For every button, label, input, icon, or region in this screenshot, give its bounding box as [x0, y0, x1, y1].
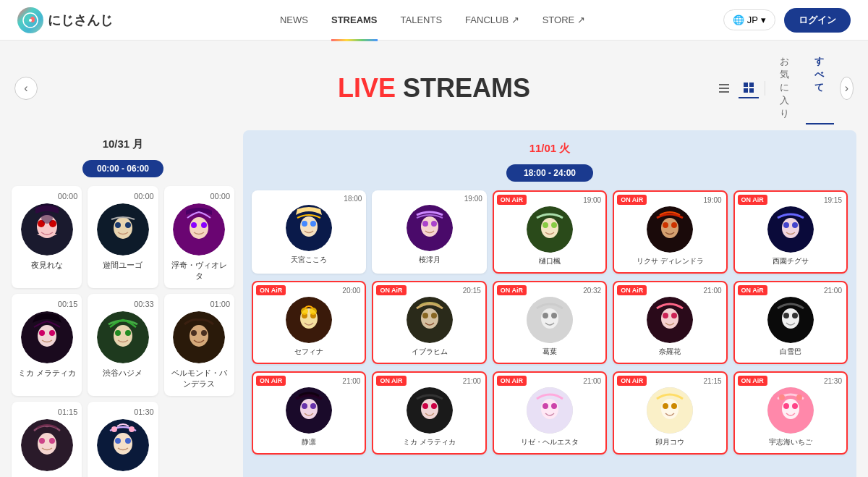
svg-point-97	[541, 399, 558, 419]
svg-rect-9	[744, 88, 748, 93]
svg-point-35	[201, 330, 207, 336]
svg-point-25	[38, 325, 56, 347]
talent-time: 00:00	[58, 192, 78, 200]
svg-point-83	[671, 313, 677, 318]
prev-arrow[interactable]: ‹	[14, 77, 38, 100]
svg-point-108	[779, 394, 785, 400]
talent-card[interactable]: 01:00 ベルモンド・バンデラス	[164, 294, 234, 396]
talent-card[interactable]: ON AiR 19:15 西園チグサ	[733, 190, 848, 274]
svg-point-99	[551, 403, 557, 409]
nav-talents[interactable]: TALENTS	[401, 12, 443, 28]
avatar	[767, 387, 814, 434]
avatar	[21, 203, 73, 256]
talent-time: 00:00	[134, 192, 154, 200]
svg-point-105	[782, 399, 799, 419]
avatar	[527, 206, 573, 253]
header-right: 🌐 JP ▾ ログイン	[723, 8, 851, 33]
logo[interactable]: にじさんじ	[17, 7, 113, 33]
svg-point-60	[663, 222, 668, 228]
talent-card[interactable]: ON AiR 21:00 静凛	[252, 371, 366, 455]
avatar	[767, 297, 814, 343]
talent-card[interactable]: ON AiR 20:15 イブラヒム	[372, 281, 486, 364]
svg-point-33	[190, 325, 208, 347]
left-time-badge: 00:00 - 06:00	[82, 160, 163, 177]
talent-card[interactable]: ON AiR 21:00 奈羅花	[613, 281, 727, 364]
avatar	[286, 205, 332, 251]
svg-point-70	[301, 308, 308, 315]
svg-point-27	[49, 330, 55, 336]
svg-point-102	[663, 403, 668, 409]
talent-time: 21:00	[342, 377, 362, 385]
talent-card[interactable]: ON AiR 21:00 ミカ メラティカ	[372, 371, 486, 455]
talent-name: 遊間ユーゴ	[103, 260, 142, 271]
talent-card[interactable]: 00:33 渋谷ハジメ	[88, 294, 158, 396]
talent-name: 渋谷ハジメ	[103, 368, 142, 379]
svg-point-86	[783, 313, 789, 318]
svg-point-57	[551, 222, 557, 228]
svg-point-41	[114, 433, 132, 455]
nav-news[interactable]: NEWS	[280, 12, 308, 28]
svg-point-103	[671, 403, 677, 409]
svg-rect-6	[719, 91, 729, 93]
talent-card[interactable]: 00:00 遊間ユーゴ	[88, 186, 158, 288]
talent-name: セフィナ	[294, 347, 323, 357]
svg-point-95	[431, 403, 437, 409]
talent-card[interactable]: ON AiR 20:32 葛葉	[493, 281, 607, 364]
talent-card[interactable]: ON AiR 21:00 白雪巴	[733, 281, 848, 364]
talent-time: 00:00	[210, 192, 230, 200]
talent-name: 夜見れな	[31, 260, 63, 271]
chevron-down-icon: ▾	[761, 14, 766, 25]
svg-point-26	[39, 330, 45, 336]
svg-point-79	[551, 313, 557, 318]
right-section: 11/01 火 18:00 - 24:00 18:00 天宮こころ 19:00 …	[243, 130, 856, 477]
next-arrow[interactable]: ›	[840, 77, 854, 100]
avatar	[407, 205, 453, 251]
talent-card[interactable]: 00:15 ミカ メラティカ	[12, 294, 82, 396]
grid-view-button[interactable]	[739, 78, 759, 98]
svg-point-71	[310, 308, 317, 315]
talent-name: 葛葉	[542, 347, 557, 357]
nav-fanclub[interactable]: FANCLUB ↗	[465, 12, 519, 28]
nav-streams[interactable]: STREAMS	[331, 12, 378, 28]
avatar	[21, 419, 73, 471]
right-row1: 18:00 天宮こころ 19:00 桜澪月 ON AiR 19:00	[252, 190, 848, 274]
on-air-badge: ON AiR	[256, 376, 286, 386]
login-button[interactable]: ログイン	[784, 8, 851, 33]
svg-point-63	[782, 218, 799, 238]
svg-point-39	[49, 438, 55, 444]
nav-store[interactable]: STORE ↗	[542, 12, 585, 28]
globe-icon: 🌐	[733, 14, 744, 25]
talent-name: 静凛	[302, 437, 316, 447]
talent-card[interactable]: ON AiR 19:00 リクサ ディレンドラ	[613, 190, 727, 274]
talent-name: イブラヒム	[412, 347, 448, 357]
talent-card[interactable]: ON AiR 21:15 卯月コウ	[613, 371, 727, 455]
avatar	[21, 311, 73, 363]
svg-point-17	[114, 217, 132, 239]
talent-card[interactable]: 00:00 浮奇・ヴィオレタ	[164, 186, 234, 288]
svg-point-64	[783, 222, 789, 228]
talent-card[interactable]: ON AiR 21:00 リゼ・ヘルエスタ	[493, 371, 607, 455]
talent-card[interactable]: 01:30 エリー・コニファー	[88, 402, 158, 477]
tab-all[interactable]: すべて	[806, 52, 834, 124]
talent-card[interactable]: 19:00 桜澪月	[372, 190, 486, 274]
avatar	[407, 297, 453, 343]
on-air-badge: ON AiR	[497, 285, 527, 295]
avatar	[173, 203, 225, 256]
svg-point-53	[431, 221, 437, 227]
tab-favorites[interactable]: お気に入り	[771, 52, 807, 124]
lang-button[interactable]: 🌐 JP ▾	[723, 9, 775, 30]
filter-tabs: お気に入り すべて	[771, 52, 834, 124]
list-view-button[interactable]	[714, 78, 734, 98]
avatar	[173, 311, 225, 363]
talent-card[interactable]: ON AiR 21:30 宇志海いちご	[733, 371, 848, 455]
talent-card[interactable]: 18:00 天宮こころ	[252, 190, 366, 274]
svg-point-49	[310, 221, 316, 227]
talent-card[interactable]: ON AiR 20:00 セフィナ	[252, 281, 366, 364]
svg-point-21	[190, 217, 208, 239]
on-air-badge: ON AiR	[738, 195, 767, 205]
talent-card[interactable]: ON AiR 19:00 樋口楓	[493, 190, 607, 274]
svg-point-85	[782, 308, 799, 329]
talent-card[interactable]: 01:15 ハナマキア	[12, 402, 82, 477]
talent-time: 19:15	[824, 196, 843, 204]
talent-card[interactable]: 00:00 夜見れな	[12, 186, 82, 288]
